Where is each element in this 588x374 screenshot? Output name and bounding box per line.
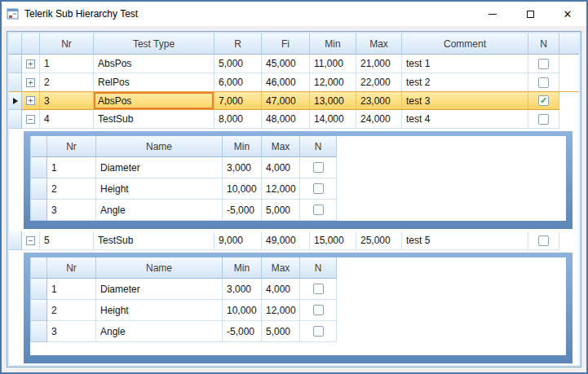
child-row-header[interactable] (31, 279, 47, 300)
checkbox-unchecked[interactable] (313, 326, 324, 337)
child-cell-n[interactable] (300, 279, 337, 300)
child-cell-nr[interactable]: 3 (47, 200, 96, 221)
expander-cell[interactable]: − (22, 231, 40, 250)
child-cell-max[interactable]: 4,000 (262, 279, 300, 300)
checkbox-unchecked[interactable] (313, 205, 324, 215)
cell-max[interactable]: 24,000 (356, 110, 402, 129)
child-cell-max[interactable]: 5,000 (262, 321, 300, 342)
cell-fi[interactable]: 47,000 (262, 92, 310, 110)
cell-nr[interactable]: 1 (40, 55, 94, 73)
child-cell-min[interactable]: 3,000 (223, 157, 262, 178)
cell-n[interactable] (528, 73, 559, 92)
cell-comment[interactable]: test 2 (402, 73, 528, 92)
child-header-name[interactable]: Name (96, 257, 223, 279)
row-header[interactable] (9, 110, 22, 129)
cell-n[interactable] (528, 231, 559, 250)
cell-test-type[interactable]: RelPos (94, 73, 214, 92)
cell-n[interactable] (528, 110, 559, 129)
expand-icon[interactable]: + (26, 96, 35, 105)
cell-r[interactable]: 7,000 (214, 92, 262, 110)
cell-r[interactable]: 5,000 (214, 55, 262, 73)
cell-fi[interactable]: 45,000 (262, 55, 310, 73)
child-cell-n[interactable] (300, 157, 337, 178)
titlebar[interactable]: Telerik Sub Hierarchy Test ✕ (2, 2, 586, 26)
collapse-icon[interactable]: − (26, 115, 35, 124)
cell-test-type-current[interactable]: AbsPos (94, 92, 214, 110)
cell-max[interactable]: 21,000 (356, 55, 402, 73)
child-cell-name[interactable]: Diameter (96, 157, 223, 178)
minimize-button[interactable] (474, 2, 511, 26)
cell-test-type[interactable]: TestSub (94, 110, 214, 129)
child-cell-name[interactable]: Height (96, 178, 223, 200)
child-cell-min[interactable]: -5,000 (223, 321, 262, 342)
cell-nr[interactable]: 2 (40, 73, 94, 92)
child-cell-nr[interactable]: 3 (47, 321, 96, 342)
expander-cell[interactable]: + (22, 55, 40, 73)
expander-cell[interactable]: + (22, 92, 40, 110)
child-row-header[interactable] (31, 300, 47, 321)
cell-max[interactable]: 23,000 (356, 92, 402, 110)
checkbox-unchecked[interactable] (538, 235, 549, 246)
cell-n[interactable] (528, 55, 559, 73)
cell-max[interactable]: 25,000 (356, 231, 402, 250)
child-header-nr[interactable]: Nr (47, 257, 96, 279)
cell-comment[interactable]: test 1 (402, 55, 528, 73)
cell-comment[interactable]: test 4 (402, 110, 528, 129)
child-cell-min[interactable]: -5,000 (223, 200, 262, 221)
child-cell-nr[interactable]: 1 (47, 157, 96, 178)
child-cell-name[interactable]: Angle (96, 321, 223, 342)
child-header-n[interactable]: N (300, 257, 337, 279)
cell-n[interactable]: ✓ (528, 92, 559, 110)
cell-nr[interactable]: 4 (40, 110, 94, 129)
cell-nr[interactable]: 3 (40, 92, 94, 110)
checkbox-unchecked[interactable] (538, 59, 549, 69)
checkbox-unchecked[interactable] (313, 305, 324, 315)
header-max[interactable]: Max (356, 33, 402, 55)
cell-fi[interactable]: 49,000 (262, 231, 310, 250)
expander-cell[interactable]: − (22, 110, 40, 129)
header-fi[interactable]: Fi (262, 33, 310, 55)
child-cell-n[interactable] (300, 300, 337, 321)
child-cell-name[interactable]: Angle (96, 200, 223, 221)
expand-icon[interactable]: + (26, 78, 35, 87)
child-header-max[interactable]: Max (262, 136, 300, 157)
maximize-button[interactable] (511, 2, 549, 26)
cell-max[interactable]: 22,000 (356, 73, 402, 92)
child-cell-min[interactable]: 3,000 (223, 279, 262, 300)
child-row-header[interactable] (31, 178, 47, 200)
cell-r[interactable]: 9,000 (214, 231, 262, 250)
child-cell-nr[interactable]: 2 (47, 300, 96, 321)
header-test-type[interactable]: Test Type (94, 33, 214, 55)
child-cell-min[interactable]: 10,000 (223, 300, 262, 321)
child-cell-nr[interactable]: 1 (47, 279, 96, 300)
checkbox-unchecked[interactable] (538, 77, 549, 88)
child-cell-max[interactable]: 12,000 (262, 178, 300, 200)
child-header-min[interactable]: Min (223, 136, 262, 157)
cell-r[interactable]: 6,000 (214, 73, 262, 92)
row-header[interactable] (9, 55, 22, 73)
cell-nr[interactable]: 5 (40, 231, 94, 250)
checkbox-unchecked[interactable] (313, 162, 324, 173)
expander-cell[interactable]: + (22, 73, 40, 92)
checkbox-unchecked[interactable] (313, 284, 324, 294)
child-row-header[interactable] (31, 200, 47, 221)
child-cell-min[interactable]: 10,000 (223, 178, 262, 200)
cell-min[interactable]: 15,000 (310, 231, 356, 250)
cell-min[interactable]: 11,000 (310, 55, 356, 73)
header-r[interactable]: R (214, 33, 262, 55)
cell-min[interactable]: 12,000 (310, 73, 356, 92)
checkbox-unchecked[interactable] (538, 114, 549, 125)
cell-fi[interactable]: 46,000 (262, 73, 310, 92)
cell-r[interactable]: 8,000 (214, 110, 262, 129)
row-header-current[interactable] (9, 92, 22, 110)
cell-min[interactable]: 14,000 (310, 110, 356, 129)
row-header[interactable] (9, 231, 22, 250)
collapse-icon[interactable]: − (26, 236, 35, 245)
checkbox-checked[interactable]: ✓ (538, 95, 549, 106)
header-comment[interactable]: Comment (402, 33, 528, 55)
child-header-name[interactable]: Name (96, 136, 223, 157)
cell-fi[interactable]: 48,000 (262, 110, 310, 129)
expand-icon[interactable]: + (26, 59, 35, 68)
header-min[interactable]: Min (310, 33, 356, 55)
close-button[interactable]: ✕ (549, 2, 586, 26)
